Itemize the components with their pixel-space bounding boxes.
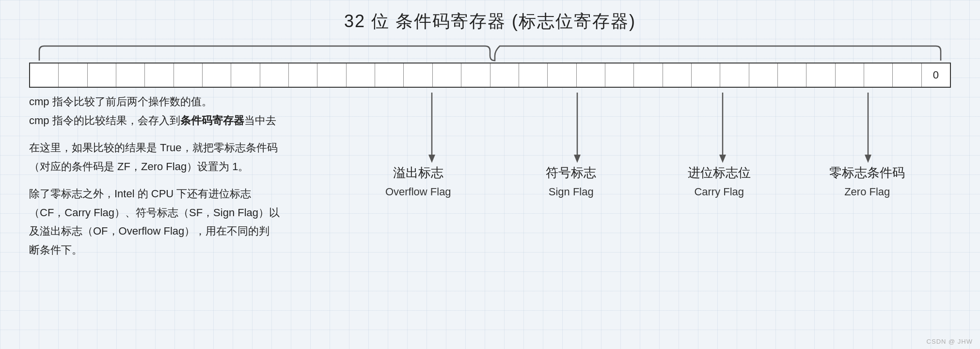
register-cell bbox=[778, 63, 806, 87]
zero-zh: 零标志条件码 bbox=[823, 163, 911, 183]
para3-line3: 及溢出标志（OF，Overflow Flag），用在不同的判 bbox=[29, 225, 269, 237]
register-cell bbox=[692, 63, 720, 87]
page-container: 32 位 条件码寄存器 (标志位寄存器) 0 bbox=[0, 0, 980, 349]
register-cell bbox=[231, 63, 260, 87]
register-cell bbox=[30, 63, 59, 87]
brace-icon bbox=[30, 42, 950, 63]
register-cell bbox=[88, 63, 116, 87]
register-cell bbox=[806, 63, 835, 87]
register-cell bbox=[404, 63, 432, 87]
para1-bold: 条件码寄存器 bbox=[180, 114, 244, 127]
svg-marker-1 bbox=[428, 155, 435, 163]
register-cell: 0 bbox=[922, 63, 950, 87]
register-cell bbox=[347, 63, 375, 87]
register-cell bbox=[116, 63, 145, 87]
register-cell bbox=[203, 63, 231, 87]
page-title: 32 位 条件码寄存器 (标志位寄存器) bbox=[15, 10, 965, 33]
register-cell bbox=[749, 63, 778, 87]
para1-line1: cmp 指令比较了前后两个操作数的值。 bbox=[29, 95, 212, 108]
sign-en: Sign Flag bbox=[527, 183, 615, 200]
lower-section: cmp 指令比较了前后两个操作数的值。 cmp 指令的比较结果，会存入到条件码寄… bbox=[29, 93, 951, 268]
flag-overflow: 溢出标志 Overflow Flag bbox=[370, 163, 467, 200]
register-cell bbox=[375, 63, 404, 87]
text-para3: 除了零标志之外，Intel 的 CPU 下还有进位标志 （CF，Carry Fl… bbox=[29, 185, 330, 259]
register-cell bbox=[289, 63, 317, 87]
text-para1: cmp 指令比较了前后两个操作数的值。 cmp 指令的比较结果，会存入到条件码寄… bbox=[29, 93, 330, 130]
register-cell bbox=[634, 63, 663, 87]
register-cell bbox=[490, 63, 519, 87]
overflow-zh: 溢出标志 bbox=[370, 163, 467, 183]
brace-container bbox=[15, 42, 965, 63]
para2-line2: （对应的条件码是 ZF，Zero Flag）设置为 1。 bbox=[29, 160, 249, 173]
register-cells: 0 bbox=[29, 63, 951, 88]
para3-line4: 断条件下。 bbox=[29, 244, 82, 256]
register-cell bbox=[577, 63, 605, 87]
register-cell bbox=[317, 63, 346, 87]
svg-marker-5 bbox=[719, 155, 726, 163]
carry-en: Carry Flag bbox=[676, 183, 763, 200]
watermark: CSDN @ JHW bbox=[927, 338, 973, 345]
register-section: 0 bbox=[15, 42, 965, 88]
register-cell bbox=[548, 63, 576, 87]
register-cell bbox=[893, 63, 921, 87]
content-area: 32 位 条件码寄存器 (标志位寄存器) 0 bbox=[15, 10, 965, 268]
register-cell bbox=[864, 63, 893, 87]
register-cell bbox=[519, 63, 548, 87]
sign-zh: 符号标志 bbox=[527, 163, 615, 183]
carry-zh: 进位标志位 bbox=[676, 163, 763, 183]
svg-marker-3 bbox=[574, 155, 581, 163]
overflow-en: Overflow Flag bbox=[370, 183, 467, 200]
flag-carry: 进位标志位 Carry Flag bbox=[676, 163, 763, 200]
flag-zero: 零标志条件码 Zero Flag bbox=[823, 163, 911, 200]
para1-line2-suffix: 当中去 bbox=[244, 114, 276, 127]
register-cell bbox=[433, 63, 461, 87]
register-cell bbox=[720, 63, 749, 87]
register-cell bbox=[663, 63, 692, 87]
lower-right: 溢出标志 Overflow Flag 符号标志 Sign Flag 进位标志位 … bbox=[330, 93, 951, 268]
register-cell bbox=[605, 63, 634, 87]
register-cell bbox=[59, 63, 87, 87]
register-row: 0 bbox=[29, 63, 951, 88]
para2-line1: 在这里，如果比较的结果是 True，就把零标志条件码 bbox=[29, 142, 278, 154]
zero-en: Zero Flag bbox=[823, 183, 911, 200]
svg-marker-7 bbox=[865, 155, 871, 163]
register-cell bbox=[174, 63, 203, 87]
flag-labels: 溢出标志 Overflow Flag 符号标志 Sign Flag 进位标志位 … bbox=[330, 163, 951, 200]
register-cell bbox=[260, 63, 289, 87]
lower-left: cmp 指令比较了前后两个操作数的值。 cmp 指令的比较结果，会存入到条件码寄… bbox=[29, 93, 330, 268]
register-cell bbox=[145, 63, 174, 87]
register-cell bbox=[461, 63, 490, 87]
register-cell bbox=[836, 63, 864, 87]
flag-sign: 符号标志 Sign Flag bbox=[527, 163, 615, 200]
para3-line1: 除了零标志之外，Intel 的 CPU 下还有进位标志 bbox=[29, 188, 251, 200]
para1-line2-prefix: cmp 指令的比较结果，会存入到 bbox=[29, 114, 180, 127]
para3-line2: （CF，Carry Flag）、符号标志（SF，Sign Flag）以 bbox=[29, 206, 280, 219]
text-para2: 在这里，如果比较的结果是 True，就把零标志条件码 （对应的条件码是 ZF，Z… bbox=[29, 139, 330, 176]
